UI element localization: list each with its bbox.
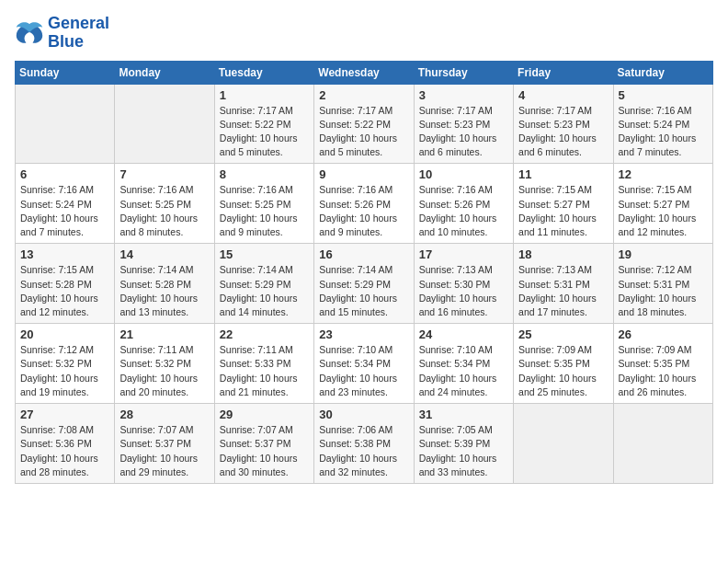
day-number: 26 <box>619 327 708 341</box>
calendar-table: SundayMondayTuesdayWednesdayThursdayFrid… <box>15 61 713 484</box>
day-number: 7 <box>119 167 209 181</box>
calendar-cell: 13Sunrise: 7:15 AMSunset: 5:28 PMDayligh… <box>16 244 115 324</box>
calendar-cell <box>613 404 712 484</box>
day-number: 1 <box>220 88 309 102</box>
calendar-cell: 31Sunrise: 7:05 AMSunset: 5:39 PMDayligh… <box>414 404 513 484</box>
calendar-cell: 25Sunrise: 7:09 AMSunset: 5:35 PMDayligh… <box>514 324 613 404</box>
day-info: Sunrise: 7:13 AMSunset: 5:31 PMDaylight:… <box>518 263 608 319</box>
logo: General Blue <box>15 15 109 52</box>
page-header: General Blue <box>15 15 713 52</box>
day-info: Sunrise: 7:16 AMSunset: 5:25 PMDaylight:… <box>119 183 209 239</box>
calendar-header-row: SundayMondayTuesdayWednesdayThursdayFrid… <box>16 61 713 84</box>
calendar-week-row: 27Sunrise: 7:08 AMSunset: 5:36 PMDayligh… <box>16 404 713 484</box>
day-number: 11 <box>518 167 608 181</box>
day-number: 10 <box>419 167 508 181</box>
calendar-cell: 22Sunrise: 7:11 AMSunset: 5:33 PMDayligh… <box>214 324 313 404</box>
day-info: Sunrise: 7:13 AMSunset: 5:30 PMDaylight:… <box>419 263 508 319</box>
calendar-cell: 30Sunrise: 7:06 AMSunset: 5:38 PMDayligh… <box>314 404 414 484</box>
day-info: Sunrise: 7:15 AMSunset: 5:27 PMDaylight:… <box>619 183 708 239</box>
day-info: Sunrise: 7:09 AMSunset: 5:35 PMDaylight:… <box>518 343 608 399</box>
calendar-cell: 26Sunrise: 7:09 AMSunset: 5:35 PMDayligh… <box>613 324 712 404</box>
calendar-cell: 8Sunrise: 7:16 AMSunset: 5:25 PMDaylight… <box>214 164 313 244</box>
day-info: Sunrise: 7:07 AMSunset: 5:37 PMDaylight:… <box>119 423 209 479</box>
calendar-week-row: 13Sunrise: 7:15 AMSunset: 5:28 PMDayligh… <box>16 244 713 324</box>
weekday-header: Friday <box>514 61 613 84</box>
day-number: 20 <box>20 327 109 341</box>
calendar-cell: 19Sunrise: 7:12 AMSunset: 5:31 PMDayligh… <box>613 244 712 324</box>
day-info: Sunrise: 7:11 AMSunset: 5:32 PMDaylight:… <box>119 343 209 399</box>
calendar-cell <box>16 84 115 164</box>
calendar-cell: 12Sunrise: 7:15 AMSunset: 5:27 PMDayligh… <box>613 164 712 244</box>
day-number: 12 <box>619 167 708 181</box>
day-number: 27 <box>20 408 109 421</box>
logo-text: General Blue <box>48 15 109 52</box>
day-info: Sunrise: 7:17 AMSunset: 5:23 PMDaylight:… <box>419 104 508 160</box>
calendar-cell: 5Sunrise: 7:16 AMSunset: 5:24 PMDaylight… <box>613 84 712 164</box>
day-number: 19 <box>619 247 708 261</box>
day-number: 15 <box>220 247 309 261</box>
calendar-cell: 21Sunrise: 7:11 AMSunset: 5:32 PMDayligh… <box>115 324 214 404</box>
day-info: Sunrise: 7:17 AMSunset: 5:22 PMDaylight:… <box>319 104 408 160</box>
weekday-header: Wednesday <box>314 61 414 84</box>
calendar-cell: 14Sunrise: 7:14 AMSunset: 5:28 PMDayligh… <box>115 244 214 324</box>
day-info: Sunrise: 7:16 AMSunset: 5:25 PMDaylight:… <box>220 183 309 239</box>
weekday-header: Tuesday <box>214 61 313 84</box>
day-info: Sunrise: 7:08 AMSunset: 5:36 PMDaylight:… <box>20 423 109 479</box>
day-number: 29 <box>220 408 309 421</box>
day-number: 9 <box>319 167 408 181</box>
day-number: 18 <box>518 247 608 261</box>
calendar-cell: 10Sunrise: 7:16 AMSunset: 5:26 PMDayligh… <box>414 164 513 244</box>
weekday-header: Monday <box>115 61 214 84</box>
day-number: 3 <box>419 88 508 102</box>
day-number: 13 <box>20 247 109 261</box>
day-number: 25 <box>518 327 608 341</box>
calendar-cell: 6Sunrise: 7:16 AMSunset: 5:24 PMDaylight… <box>16 164 115 244</box>
calendar-cell: 24Sunrise: 7:10 AMSunset: 5:34 PMDayligh… <box>414 324 513 404</box>
day-number: 5 <box>619 88 708 102</box>
day-number: 28 <box>119 408 209 421</box>
day-info: Sunrise: 7:16 AMSunset: 5:26 PMDaylight:… <box>419 183 508 239</box>
day-info: Sunrise: 7:14 AMSunset: 5:29 PMDaylight:… <box>220 263 309 319</box>
day-info: Sunrise: 7:15 AMSunset: 5:28 PMDaylight:… <box>20 263 109 319</box>
day-number: 8 <box>220 167 309 181</box>
calendar-cell: 18Sunrise: 7:13 AMSunset: 5:31 PMDayligh… <box>514 244 613 324</box>
calendar-cell: 11Sunrise: 7:15 AMSunset: 5:27 PMDayligh… <box>514 164 613 244</box>
calendar-cell: 4Sunrise: 7:17 AMSunset: 5:23 PMDaylight… <box>514 84 613 164</box>
calendar-cell: 16Sunrise: 7:14 AMSunset: 5:29 PMDayligh… <box>314 244 414 324</box>
calendar-cell: 2Sunrise: 7:17 AMSunset: 5:22 PMDaylight… <box>314 84 414 164</box>
day-info: Sunrise: 7:15 AMSunset: 5:27 PMDaylight:… <box>518 183 608 239</box>
day-info: Sunrise: 7:11 AMSunset: 5:33 PMDaylight:… <box>220 343 309 399</box>
day-info: Sunrise: 7:17 AMSunset: 5:22 PMDaylight:… <box>220 104 309 160</box>
day-info: Sunrise: 7:16 AMSunset: 5:24 PMDaylight:… <box>619 104 708 160</box>
weekday-header: Thursday <box>414 61 513 84</box>
day-number: 21 <box>119 327 209 341</box>
day-info: Sunrise: 7:12 AMSunset: 5:31 PMDaylight:… <box>619 263 708 319</box>
calendar-cell: 17Sunrise: 7:13 AMSunset: 5:30 PMDayligh… <box>414 244 513 324</box>
logo-icon <box>15 20 44 46</box>
day-number: 30 <box>319 408 408 421</box>
calendar-week-row: 1Sunrise: 7:17 AMSunset: 5:22 PMDaylight… <box>16 84 713 164</box>
calendar-week-row: 6Sunrise: 7:16 AMSunset: 5:24 PMDaylight… <box>16 164 713 244</box>
day-number: 16 <box>319 247 408 261</box>
day-number: 17 <box>419 247 508 261</box>
day-info: Sunrise: 7:16 AMSunset: 5:24 PMDaylight:… <box>20 183 109 239</box>
day-number: 6 <box>20 167 109 181</box>
calendar-cell <box>514 404 613 484</box>
day-number: 2 <box>319 88 408 102</box>
day-number: 22 <box>220 327 309 341</box>
weekday-header: Sunday <box>16 61 115 84</box>
weekday-header: Saturday <box>613 61 712 84</box>
day-number: 4 <box>518 88 608 102</box>
day-number: 31 <box>419 408 508 421</box>
calendar-cell: 20Sunrise: 7:12 AMSunset: 5:32 PMDayligh… <box>16 324 115 404</box>
calendar-cell: 1Sunrise: 7:17 AMSunset: 5:22 PMDaylight… <box>214 84 313 164</box>
calendar-week-row: 20Sunrise: 7:12 AMSunset: 5:32 PMDayligh… <box>16 324 713 404</box>
day-info: Sunrise: 7:10 AMSunset: 5:34 PMDaylight:… <box>319 343 408 399</box>
day-info: Sunrise: 7:09 AMSunset: 5:35 PMDaylight:… <box>619 343 708 399</box>
calendar-cell: 27Sunrise: 7:08 AMSunset: 5:36 PMDayligh… <box>16 404 115 484</box>
day-info: Sunrise: 7:10 AMSunset: 5:34 PMDaylight:… <box>419 343 508 399</box>
day-info: Sunrise: 7:12 AMSunset: 5:32 PMDaylight:… <box>20 343 109 399</box>
day-info: Sunrise: 7:14 AMSunset: 5:28 PMDaylight:… <box>119 263 209 319</box>
calendar-cell: 15Sunrise: 7:14 AMSunset: 5:29 PMDayligh… <box>214 244 313 324</box>
day-info: Sunrise: 7:16 AMSunset: 5:26 PMDaylight:… <box>319 183 408 239</box>
